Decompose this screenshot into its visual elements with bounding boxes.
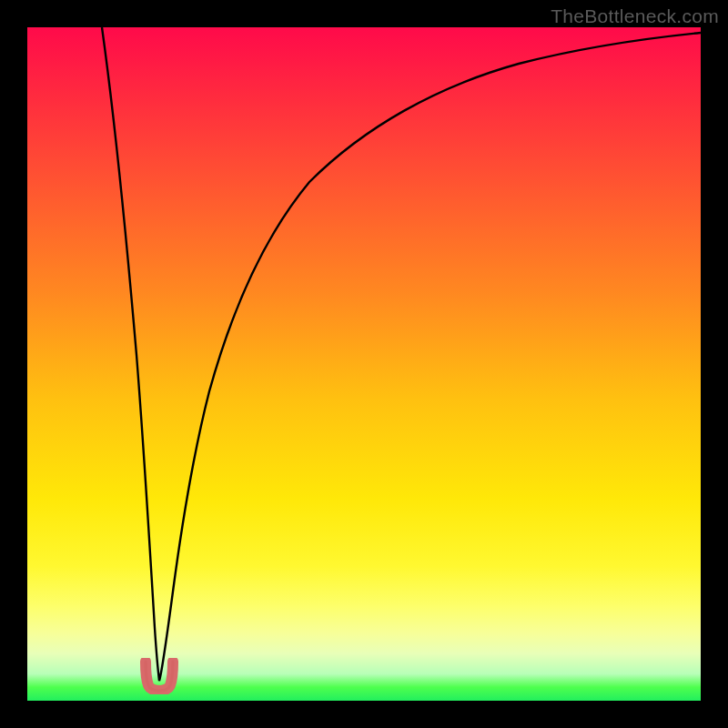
bottleneck-curve — [27, 27, 701, 701]
plot-area — [27, 27, 701, 701]
watermark-text: TheBottleneck.com — [551, 5, 719, 27]
chart-frame: TheBottleneck.com — [0, 0, 728, 728]
